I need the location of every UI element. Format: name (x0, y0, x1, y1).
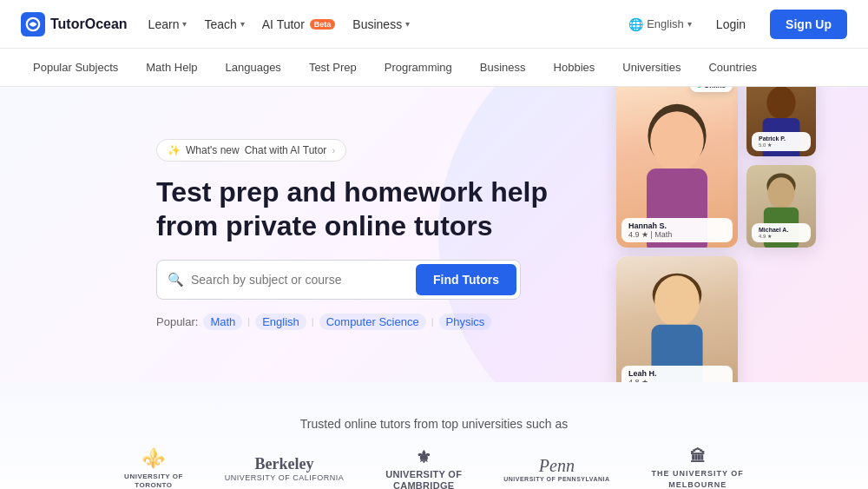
subnav-hobbies[interactable]: Hobbies (542, 56, 608, 79)
hero-content: ✨ What's new Chat with AI Tutor › Test p… (156, 139, 573, 330)
search-icon: 🔍 (168, 272, 184, 287)
beta-badge: Beta (310, 19, 336, 30)
subnav: Popular Subjects Math Help Languages Tes… (0, 49, 868, 87)
popular-row: Popular: Math | English | Computer Scien… (156, 314, 573, 330)
subnav-business[interactable]: Business (468, 56, 538, 79)
subnav-programming[interactable]: Programming (372, 56, 464, 79)
subnav-universities[interactable]: Universities (610, 56, 693, 79)
cambridge-crest-icon: ⚜ (416, 446, 431, 467)
tutor-cards: Online Hannah S. 4.9 ★ | Math (616, 87, 816, 382)
popular-tag-math[interactable]: Math (203, 314, 242, 330)
find-tutors-button[interactable]: Find Tutors (416, 264, 516, 295)
popular-tag-english[interactable]: English (255, 314, 306, 330)
logo[interactable]: TutorOcean (21, 12, 128, 36)
popular-label: Popular: (156, 315, 198, 328)
whats-new-label: What's new (186, 144, 240, 156)
tutor-chip-stephanie: Online (690, 87, 733, 92)
language-selector[interactable]: 🌐 English ▾ (628, 17, 692, 31)
tutor-name-badge-patrick: Patrick P. 5.0 ★ (752, 132, 811, 151)
university-cambridge: ⚜ UNIVERSITY OFCAMBRIDGE (385, 452, 462, 486)
nav-item-ai-tutor[interactable]: AI Tutor Beta (262, 12, 336, 36)
melbourne-crest-icon: 🏛 (690, 448, 706, 467)
chevron-down-icon: ▾ (687, 19, 692, 29)
nav-item-business[interactable]: Business ▾ (352, 12, 410, 36)
subnav-countries[interactable]: Countries (696, 56, 769, 79)
svg-point-9 (766, 87, 795, 119)
logo-svg (25, 17, 41, 32)
hero-search-bar: 🔍 Find Tutors (156, 260, 521, 300)
navbar-left: TutorOcean Learn ▾ Teach ▾ AI Tutor Beta… (21, 12, 410, 36)
nav-items: Learn ▾ Teach ▾ AI Tutor Beta Business ▾ (148, 12, 411, 36)
universities-title: Trusted online tutors from top universit… (21, 417, 847, 431)
tutor-card-stephanie[interactable]: Online Hannah S. 4.9 ★ | Math (616, 87, 738, 248)
separator: | (431, 316, 434, 327)
subnav-languages[interactable]: Languages (214, 56, 293, 79)
globe-icon: 🌐 (628, 17, 643, 31)
subnav-popular-subjects[interactable]: Popular Subjects (21, 56, 130, 79)
online-dot (697, 87, 701, 88)
university-logos: ⚜️ UNIVERSITY OFTORONTO Berkeley UNIVERS… (21, 452, 847, 486)
nav-item-teach[interactable]: Teach ▾ (204, 12, 244, 36)
hero-section: ✨ What's new Chat with AI Tutor › Test p… (0, 87, 868, 382)
university-melbourne: 🏛 THE UNIVERSITY OFMELBOURNE (652, 452, 744, 486)
whats-new-link: Chat with AI Tutor (245, 144, 327, 156)
popular-tag-cs[interactable]: Computer Science (319, 314, 426, 330)
university-toronto: ⚜️ UNIVERSITY OFTORONTO (124, 452, 183, 486)
login-button[interactable]: Login (702, 10, 760, 38)
logo-text: TutorOcean (50, 17, 128, 32)
tutor-name-badge-michael: Michael A. 4.9 ★ (752, 223, 811, 242)
spark-icon: ✨ (168, 144, 181, 156)
chevron-down-icon: ▾ (240, 19, 245, 29)
svg-point-13 (768, 177, 795, 208)
signup-button[interactable]: Sign Up (770, 10, 847, 39)
chevron-down-icon: ▾ (182, 19, 187, 29)
tutor-name-badge-stephanie: Hannah S. 4.9 ★ | Math (621, 218, 733, 242)
nav-item-learn[interactable]: Learn ▾ (148, 12, 187, 36)
popular-tag-physics[interactable]: Physics (439, 314, 492, 330)
arrow-icon: › (332, 145, 335, 155)
tutor-card-leah[interactable]: Leah H. 4.8 ★ (616, 256, 738, 382)
subnav-math-help[interactable]: Math Help (134, 56, 209, 79)
svg-point-3 (650, 111, 704, 169)
logo-icon (21, 12, 45, 36)
svg-point-7 (654, 275, 700, 327)
navbar: TutorOcean Learn ▾ Teach ▾ AI Tutor Beta… (0, 0, 868, 49)
university-berkeley: Berkeley UNIVERSITY OF CALIFORNIA (225, 452, 344, 486)
university-penn: Penn UNIVERSITY OF PENNSYLVANIA (503, 452, 609, 486)
hero-title: Test prep and homework help from private… (156, 175, 573, 242)
tutor-card-michael[interactable]: Michael A. 4.9 ★ (746, 165, 816, 248)
tutor-card-patrick[interactable]: Patrick P. 5.0 ★ (746, 87, 816, 156)
separator: | (247, 316, 250, 327)
whats-new-badge[interactable]: ✨ What's new Chat with AI Tutor › (156, 139, 346, 162)
toronto-crest-icon: ⚜️ (141, 447, 165, 470)
navbar-right: 🌐 English ▾ Login Sign Up (628, 10, 847, 39)
subnav-test-prep[interactable]: Test Prep (297, 56, 369, 79)
universities-section: Trusted online tutors from top universit… (0, 382, 868, 489)
tutor-name-badge-leah: Leah H. 4.8 ★ (621, 366, 733, 382)
search-input[interactable] (191, 273, 409, 287)
language-label: English (647, 17, 684, 30)
separator: | (312, 316, 314, 327)
chevron-down-icon: ▾ (405, 19, 410, 29)
